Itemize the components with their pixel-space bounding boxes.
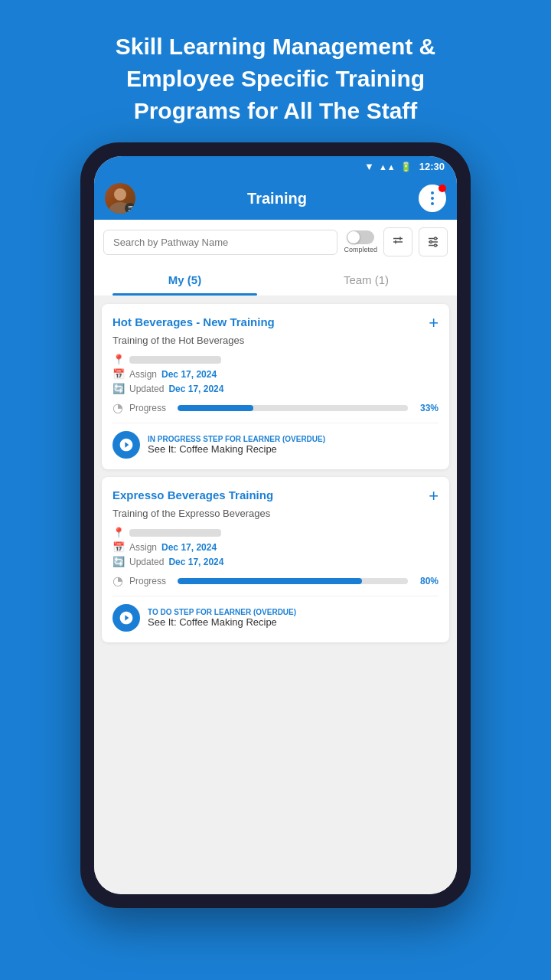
- location-icon-2: 📍: [112, 527, 125, 538]
- top-bar: ☰ Training: [94, 177, 457, 220]
- card-2-step-status: TO DO STEP FOR LEARNER (OVERDUE): [148, 608, 439, 616]
- search-input[interactable]: [103, 230, 337, 255]
- location-icon: 📍: [112, 354, 125, 365]
- svg-point-10: [430, 241, 432, 243]
- card-1-assign-date: Dec 17, 2024: [161, 369, 217, 380]
- wifi-icon: ▼: [364, 161, 374, 172]
- card-2-header: Expresso Beverages Training +: [112, 488, 439, 505]
- completed-toggle-container: Completed: [344, 230, 377, 253]
- card-2-location-placeholder: [129, 529, 221, 537]
- battery-icon: 🔋: [400, 162, 412, 172]
- svg-point-11: [435, 244, 437, 247]
- card-2-updated-row: 🔄 Updated Dec 17, 2024: [112, 556, 439, 567]
- header-line2: Employee Specific Training: [46, 63, 505, 95]
- header-line3: Programs for All The Staff: [46, 95, 505, 127]
- card-1-location-placeholder: [129, 356, 221, 364]
- calendar-icon-2: 📅: [112, 541, 125, 553]
- card-1-updated-label: Updated: [129, 384, 164, 394]
- search-area: Completed: [94, 220, 457, 264]
- card-1-progress-label: Progress: [129, 403, 171, 413]
- card-2-progress-label: Progress: [129, 576, 171, 586]
- card-1-title[interactable]: Hot Beverages - New Training: [112, 315, 429, 330]
- phone-screen: ▼ ▲▲ 🔋 12:30 ☰: [94, 156, 457, 894]
- progress-icon-1: ◔: [112, 400, 123, 415]
- card-2-step-info: TO DO STEP FOR LEARNER (OVERDUE) See It:…: [148, 608, 439, 628]
- app-title: Training: [135, 190, 419, 207]
- filter-button-2[interactable]: [419, 227, 448, 256]
- notification-dot: [439, 185, 446, 192]
- completed-label: Completed: [344, 246, 377, 253]
- card-1-location-row: 📍: [112, 354, 439, 365]
- tabs: My (5) Team (1): [94, 264, 457, 296]
- toggle-knob: [347, 231, 360, 243]
- filter-button-1[interactable]: [383, 227, 412, 256]
- card-1-assign-row: 📅 Assign Dec 17, 2024: [112, 368, 439, 380]
- card-2-updated-date: Dec 17, 2024: [168, 557, 223, 567]
- status-bar: ▼ ▲▲ 🔋 12:30: [94, 156, 457, 177]
- content-area: Hot Beverages - New Training + Training …: [94, 296, 457, 894]
- card-2-title[interactable]: Expresso Beverages Training: [112, 488, 429, 503]
- card-1-step-status: IN PROGRESS STEP FOR LEARNER (OVERDUE): [148, 435, 439, 443]
- completed-toggle[interactable]: [347, 230, 374, 244]
- tab-team[interactable]: Team (1): [276, 264, 457, 296]
- card-2-step-icon: [112, 604, 140, 632]
- card-2-progress-bar: [178, 578, 408, 584]
- card-2-step-name: See It: Coffee Making Recipe: [148, 616, 439, 628]
- card-1-subtitle: Training of the Hot Beverages: [112, 335, 439, 346]
- card-2-expand-button[interactable]: +: [429, 488, 439, 505]
- avatar[interactable]: ☰: [105, 183, 135, 214]
- training-card-2: Expresso Beverages Training + Training o…: [102, 477, 449, 642]
- menu-button[interactable]: [419, 185, 446, 212]
- card-2-location-row: 📍: [112, 527, 439, 538]
- card-2-meta: 📍 📅 Assign Dec 17, 2024 🔄 Updated Dec 17…: [112, 527, 439, 567]
- svg-point-9: [435, 237, 437, 240]
- update-icon-1: 🔄: [112, 383, 125, 394]
- card-2-step-row[interactable]: TO DO STEP FOR LEARNER (OVERDUE) See It:…: [112, 596, 439, 632]
- phone-frame: ▼ ▲▲ 🔋 12:30 ☰: [80, 142, 471, 908]
- card-1-updated-date: Dec 17, 2024: [168, 384, 223, 394]
- svg-point-0: [114, 188, 126, 201]
- card-2-assign-label: Assign: [129, 542, 157, 553]
- card-2-assign-date: Dec 17, 2024: [161, 542, 217, 553]
- card-1-step-row[interactable]: IN PROGRESS STEP FOR LEARNER (OVERDUE) S…: [112, 423, 439, 459]
- card-1-expand-button[interactable]: +: [429, 315, 439, 332]
- card-2-updated-label: Updated: [129, 557, 164, 567]
- card-1-step-name: See It: Coffee Making Recipe: [148, 443, 439, 455]
- card-2-progress-row: ◔ Progress 80%: [112, 573, 439, 588]
- menu-dots: [431, 191, 434, 205]
- header-line1: Skill Learning Management &: [46, 31, 505, 63]
- status-time: 12:30: [419, 161, 445, 172]
- card-1-progress-fill: [178, 405, 253, 411]
- update-icon-2: 🔄: [112, 556, 125, 567]
- card-1-progress-pct: 33%: [414, 403, 439, 413]
- avatar-badge: ☰: [125, 203, 135, 214]
- card-1-progress-row: ◔ Progress 33%: [112, 400, 439, 415]
- tab-my[interactable]: My (5): [94, 264, 276, 296]
- signal-icon: ▲▲: [379, 162, 396, 172]
- calendar-icon-1: 📅: [112, 368, 125, 380]
- card-1-meta: 📍 📅 Assign Dec 17, 2024 🔄 Updated Dec 17…: [112, 354, 439, 394]
- card-2-assign-row: 📅 Assign Dec 17, 2024: [112, 541, 439, 553]
- card-1-updated-row: 🔄 Updated Dec 17, 2024: [112, 383, 439, 394]
- card-2-progress-fill: [178, 578, 362, 584]
- page-header: Skill Learning Management & Employee Spe…: [0, 0, 551, 142]
- card-2-subtitle: Training of the Expresso Beverages: [112, 508, 439, 519]
- card-2-progress-pct: 80%: [414, 576, 439, 586]
- card-1-progress-bar: [178, 405, 408, 411]
- card-1-header: Hot Beverages - New Training +: [112, 315, 439, 332]
- progress-icon-2: ◔: [112, 573, 123, 588]
- training-card-1: Hot Beverages - New Training + Training …: [102, 304, 449, 469]
- card-1-assign-label: Assign: [129, 369, 157, 380]
- card-1-step-info: IN PROGRESS STEP FOR LEARNER (OVERDUE) S…: [148, 435, 439, 455]
- card-1-step-icon: [112, 431, 140, 459]
